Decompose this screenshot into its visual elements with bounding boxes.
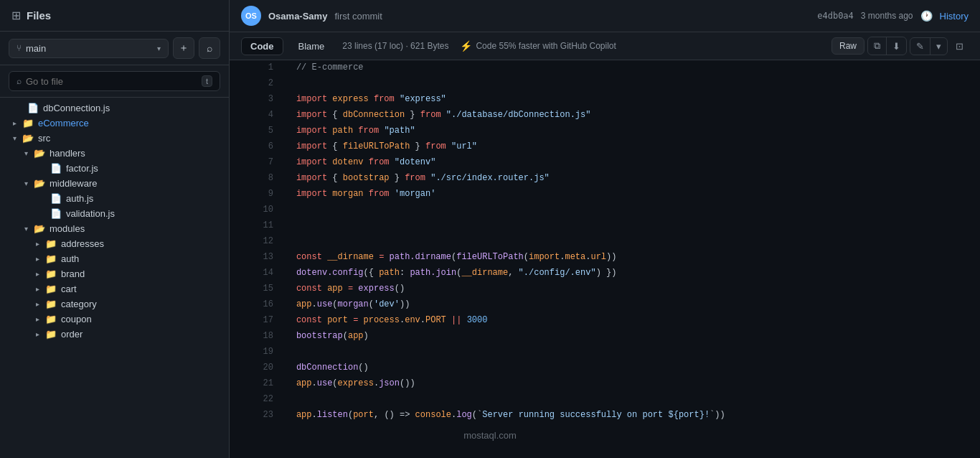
tree-item-auth[interactable]: 📄 auth.js <box>0 191 229 206</box>
table-row: 19 <box>230 345 980 360</box>
chevron-icon: ▸ <box>36 300 39 308</box>
tree-item-label: src <box>38 133 50 144</box>
copilot-badge: ⚡ Code 55% faster with GitHub Copilot <box>460 40 616 52</box>
line-number: 9 <box>230 187 285 202</box>
tree-item-eCommerce[interactable]: ▸📁 eCommerce <box>0 116 229 131</box>
code-container[interactable]: 1// E-commerce23import express from "exp… <box>230 60 980 458</box>
chevron-down-icon: ▾ <box>157 45 161 52</box>
table-row: 13const __dirname = path.dirname(fileURL… <box>230 250 980 266</box>
chevron-icon: ▸ <box>13 119 17 127</box>
tree-item-src[interactable]: ▾📂 src <box>0 131 229 146</box>
line-code: import { bootstrap } from "./src/index.r… <box>285 171 980 187</box>
copy-raw-button[interactable]: ⧉ <box>868 37 886 55</box>
tree-item-brand[interactable]: ▸📁 brand <box>0 266 229 281</box>
folder-icon: 📁 <box>45 268 57 279</box>
history-label: History <box>940 11 969 22</box>
add-branch-button[interactable]: ＋ <box>173 37 194 59</box>
raw-button[interactable]: Raw <box>831 37 864 55</box>
tree-item-order[interactable]: ▸📁 order <box>0 327 229 342</box>
tree-item-coupon[interactable]: ▸📁 coupon <box>0 312 229 327</box>
tree-item-modules[interactable]: ▾📂 modules <box>0 221 229 236</box>
line-code: const __dirname = path.dirname(fileURLTo… <box>285 250 980 266</box>
tree-item-validation[interactable]: 📄 validation.js <box>0 206 229 221</box>
file-icon: 📄 <box>50 208 62 219</box>
tree-item-label: middleware <box>50 178 97 189</box>
search-input[interactable] <box>26 76 197 87</box>
search-input-wrap: ⌕ t <box>9 71 220 91</box>
edit-button[interactable]: ✎ <box>910 38 930 55</box>
tree-item-middleware[interactable]: ▾📂 middleware <box>0 176 229 191</box>
chevron-icon: ▸ <box>36 255 39 263</box>
folder-icon: 📁 <box>45 253 57 264</box>
tree-item-label: category <box>61 299 97 309</box>
line-number: 12 <box>230 234 285 250</box>
line-number: 14 <box>230 266 285 281</box>
commit-meta: e4db0a4 3 months ago 🕐 History <box>817 10 969 22</box>
expand-button[interactable]: ⊡ <box>951 37 969 55</box>
table-row: 5import path from "path" <box>230 123 980 139</box>
line-number: 10 <box>230 202 285 218</box>
table-row: 12 <box>230 234 980 250</box>
search-shortcut: t <box>202 75 212 87</box>
line-number: 21 <box>230 376 285 392</box>
folder-icon: 📁 <box>45 299 57 309</box>
table-row: 6import { fileURLToPath } from "url" <box>230 139 980 155</box>
edit-more-button[interactable]: ▾ <box>930 38 947 55</box>
line-number: 18 <box>230 329 285 345</box>
table-row: 2 <box>230 76 980 92</box>
line-code: dbConnection() <box>285 360 980 376</box>
edit-actions: ✎ ▾ <box>910 37 948 55</box>
folder-icon: 📂 <box>34 223 45 234</box>
line-number: 17 <box>230 313 285 329</box>
line-code: import express from "express" <box>285 92 980 108</box>
table-row: 17const port = process.env.PORT || 3000 <box>230 313 980 329</box>
file-icon: 📄 <box>27 103 39 113</box>
line-code: import path from "path" <box>285 123 980 139</box>
line-number: 19 <box>230 345 285 360</box>
line-code: const app = express() <box>285 281 980 297</box>
chevron-icon: ▸ <box>36 330 39 338</box>
tree-item-label: validation.js <box>66 208 115 219</box>
tree-item-label: cart <box>61 284 77 294</box>
line-code <box>285 202 980 218</box>
copy-actions: ⧉ ⬇ <box>867 37 907 55</box>
tree-item-factor[interactable]: 📄 factor.js <box>0 161 229 176</box>
search-button[interactable]: ⌕ <box>199 37 220 59</box>
table-row: 14dotenv.config({ path: path.join(__dirn… <box>230 266 980 281</box>
line-number: 7 <box>230 155 285 171</box>
line-number: 5 <box>230 123 285 139</box>
file-icon: 📄 <box>50 193 62 204</box>
table-row: 22 <box>230 392 980 408</box>
folder-icon: 📁 <box>22 118 34 128</box>
file-stats: 23 lines (17 loc) · 621 Bytes <box>342 41 448 51</box>
tree-item-label: auth.js <box>66 193 93 204</box>
line-code <box>285 345 980 360</box>
folder-icon: 📂 <box>34 178 45 189</box>
tree-item-auth2[interactable]: ▸📁 auth <box>0 251 229 266</box>
line-code: dotenv.config({ path: path.join(__dirnam… <box>285 266 980 281</box>
tree-item-label: coupon <box>61 314 92 324</box>
tab-blame[interactable]: Blame <box>289 37 334 55</box>
table-row: 23app.listen(port, () => console.log(`Se… <box>230 408 980 424</box>
line-code <box>285 392 980 408</box>
line-number: 13 <box>230 250 285 266</box>
line-number: 23 <box>230 408 285 424</box>
folder-icon: 📁 <box>45 329 57 340</box>
main-content: OS Osama-Samy first commit e4db0a4 3 mon… <box>230 0 980 458</box>
download-button[interactable]: ⬇ <box>886 37 906 55</box>
chevron-icon: ▸ <box>36 270 39 278</box>
commit-time: 3 months ago <box>861 11 913 21</box>
line-number: 15 <box>230 281 285 297</box>
chevron-icon: ▸ <box>36 315 39 323</box>
tree-item-cart[interactable]: ▸📁 cart <box>0 281 229 296</box>
tree-item-category[interactable]: ▸📁 category <box>0 296 229 312</box>
line-code: app.listen(port, () => console.log(`Serv… <box>285 408 980 424</box>
tree-item-handlers[interactable]: ▾📂 handlers <box>0 146 229 161</box>
tree-item-dbConnection[interactable]: 📄 dbConnection.js <box>0 101 229 116</box>
branch-selector[interactable]: ⑂ main ▾ <box>9 39 169 58</box>
folder-icon: 📁 <box>45 284 57 294</box>
history-button[interactable]: History <box>940 11 969 22</box>
tab-code[interactable]: Code <box>241 37 283 55</box>
commit-bar: OS Osama-Samy first commit e4db0a4 3 mon… <box>230 0 980 32</box>
tree-item-addresses[interactable]: ▸📁 addresses <box>0 236 229 251</box>
